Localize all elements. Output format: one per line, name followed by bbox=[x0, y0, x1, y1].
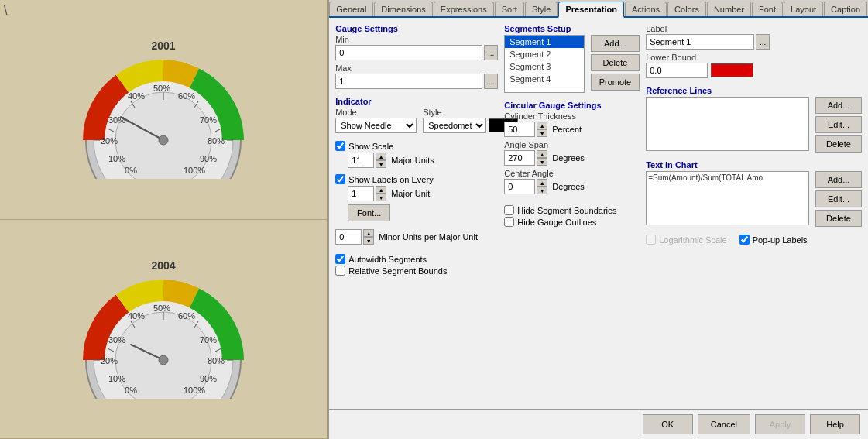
mode-row: Mode Show NeedleShow BarShow Arc Style S… bbox=[335, 108, 498, 133]
angle-span-down[interactable]: ▼ bbox=[537, 158, 547, 166]
tab-font[interactable]: Font bbox=[752, 2, 783, 16]
max-input[interactable] bbox=[335, 74, 482, 89]
max-label: Max bbox=[335, 63, 498, 73]
ref-delete-btn[interactable]: Delete bbox=[815, 135, 862, 153]
cylinder-thickness-input[interactable] bbox=[504, 122, 535, 137]
segment-item-2[interactable]: Segment 2 bbox=[505, 48, 583, 60]
text-edit-btn[interactable]: Edit... bbox=[815, 190, 862, 207]
text-delete-btn[interactable]: Delete bbox=[815, 210, 862, 227]
popup-labels-checkbox-row: Pop-up Labels bbox=[739, 235, 808, 245]
tab-style[interactable]: Style bbox=[525, 2, 558, 16]
min-input[interactable] bbox=[335, 45, 482, 60]
angle-span-input[interactable] bbox=[504, 150, 535, 166]
label-input[interactable] bbox=[646, 34, 754, 50]
min-dots-btn[interactable]: ... bbox=[484, 45, 498, 60]
minor-units-down[interactable]: ▼ bbox=[363, 237, 374, 245]
major-units-label: Major Units bbox=[391, 156, 434, 165]
segments-delete-btn[interactable]: Delete bbox=[591, 54, 640, 71]
hide-gauge-outlines-checkbox[interactable] bbox=[504, 217, 514, 227]
cancel-btn[interactable]: Cancel bbox=[698, 414, 750, 434]
tab-sort[interactable]: Sort bbox=[495, 2, 524, 16]
bottom-checkboxes: Autowidth Segments Relative Segment Boun… bbox=[335, 254, 498, 277]
help-btn[interactable]: Help bbox=[810, 414, 860, 434]
svg-text:100%: 100% bbox=[184, 166, 205, 175]
svg-text:10%: 10% bbox=[108, 154, 125, 163]
segment-item-3[interactable]: Segment 3 bbox=[505, 60, 583, 73]
hide-gauge-outlines-row: Hide Gauge Outlines bbox=[504, 217, 640, 227]
minor-units-up[interactable]: ▲ bbox=[363, 229, 374, 237]
tab-presentation[interactable]: Presentation bbox=[558, 2, 624, 18]
font-btn[interactable]: Font... bbox=[348, 204, 390, 221]
svg-text:80%: 80% bbox=[208, 136, 225, 146]
svg-text:60%: 60% bbox=[178, 91, 195, 101]
cylinder-thickness-unit: Percent bbox=[552, 125, 582, 134]
angle-span-up[interactable]: ▲ bbox=[537, 150, 547, 158]
autowidth-checkbox[interactable] bbox=[335, 254, 345, 264]
apply-btn[interactable]: Apply bbox=[755, 414, 805, 434]
mode-select[interactable]: Show NeedleShow BarShow Arc bbox=[335, 118, 417, 133]
minor-units-input[interactable] bbox=[335, 229, 362, 245]
logarithmic-checkbox bbox=[646, 235, 656, 245]
segments-add-btn[interactable]: Add... bbox=[591, 35, 640, 52]
center-angle-down[interactable]: ▼ bbox=[537, 187, 547, 194]
major-units-down[interactable]: ▼ bbox=[376, 160, 386, 168]
svg-text:40%: 40% bbox=[128, 311, 145, 321]
show-scale-checkbox[interactable] bbox=[335, 141, 345, 151]
cylinder-thickness-down[interactable]: ▼ bbox=[537, 129, 547, 137]
circular-gauge-label: Circular Gauge Settings bbox=[504, 101, 640, 110]
style-select[interactable]: SpeedometerThermometerSlider bbox=[423, 118, 486, 133]
cylinder-thickness-label: Cylinder Thickness bbox=[504, 111, 640, 121]
show-labels-label: Show Labels on Every bbox=[348, 175, 433, 184]
tab-caption[interactable]: Caption bbox=[824, 2, 867, 16]
ref-edit-btn[interactable]: Edit... bbox=[815, 116, 862, 133]
major-units-spinner: ▲ ▼ bbox=[376, 153, 386, 168]
major-unit-input[interactable] bbox=[348, 186, 374, 201]
label-dots-btn[interactable]: ... bbox=[756, 34, 770, 50]
right-panel: General Dimensions Expressions Sort Styl… bbox=[328, 0, 868, 439]
text-add-btn[interactable]: Add... bbox=[815, 171, 862, 188]
tab-actions[interactable]: Actions bbox=[625, 2, 667, 16]
segment-item-1[interactable]: Segment 1 bbox=[505, 36, 583, 48]
lower-bound-field-label: Lower Bound bbox=[646, 53, 862, 62]
text-chart-box: =Sum(Amount)/Sum(TOTAL Amo bbox=[646, 171, 809, 225]
tab-dimensions[interactable]: Dimensions bbox=[374, 2, 432, 16]
svg-text:90%: 90% bbox=[200, 154, 217, 163]
segments-promote-btn[interactable]: Promote bbox=[591, 74, 640, 91]
lower-bound-color-swatch[interactable] bbox=[711, 63, 753, 77]
center-angle-row: ▲ ▼ Degrees bbox=[504, 179, 640, 194]
gauge-svg-2: 50% 60% 70% 80% 90% 100% 40% 30% 20% 10%… bbox=[78, 275, 249, 399]
svg-point-22 bbox=[159, 135, 168, 145]
hide-segment-boundaries-checkbox[interactable] bbox=[504, 205, 514, 215]
cylinder-thickness-up[interactable]: ▲ bbox=[537, 122, 547, 129]
ok-btn[interactable]: OK bbox=[643, 414, 693, 434]
popup-labels-checkbox[interactable] bbox=[739, 235, 750, 245]
ref-add-btn[interactable]: Add... bbox=[815, 97, 862, 114]
bottom-bar: OK Cancel Apply Help bbox=[329, 409, 868, 439]
tab-general[interactable]: General bbox=[329, 2, 373, 16]
show-labels-checkbox[interactable] bbox=[335, 174, 345, 184]
show-labels-section: Show Labels on Every ▲ ▼ Major Unit Font… bbox=[335, 174, 498, 221]
lower-bound-input[interactable] bbox=[646, 63, 708, 78]
autowidth-label: Autowidth Segments bbox=[348, 255, 427, 264]
segment-item-4[interactable]: Segment 4 bbox=[505, 73, 583, 85]
angle-span-unit: Degrees bbox=[552, 153, 585, 163]
relative-checkbox[interactable] bbox=[335, 266, 345, 276]
major-unit-down[interactable]: ▼ bbox=[376, 194, 386, 201]
segments-setup-section: Segments Setup Segment 1 Segment 2 Segme… bbox=[504, 24, 640, 93]
center-angle-up[interactable]: ▲ bbox=[537, 179, 547, 187]
max-dots-btn[interactable]: ... bbox=[484, 74, 498, 89]
tab-expressions[interactable]: Expressions bbox=[434, 2, 494, 16]
left-panel: \ 2001 bbox=[0, 0, 328, 439]
major-unit-spinner: ▲ ▼ bbox=[376, 186, 386, 201]
segments-list[interactable]: Segment 1 Segment 2 Segment 3 Segment 4 bbox=[504, 35, 584, 93]
major-unit-up[interactable]: ▲ bbox=[376, 186, 386, 194]
minor-units-label: Minor Units per Major Unit bbox=[379, 232, 478, 242]
major-units-up[interactable]: ▲ bbox=[376, 153, 386, 160]
tab-number[interactable]: Number bbox=[707, 2, 751, 16]
tab-layout[interactable]: Layout bbox=[784, 2, 823, 16]
minor-units-spinner: ▲ ▼ bbox=[363, 229, 374, 245]
major-units-input[interactable] bbox=[348, 153, 374, 168]
center-angle-input[interactable] bbox=[504, 179, 535, 194]
max-input-row: ... bbox=[335, 74, 498, 89]
tab-colors[interactable]: Colors bbox=[667, 2, 706, 16]
